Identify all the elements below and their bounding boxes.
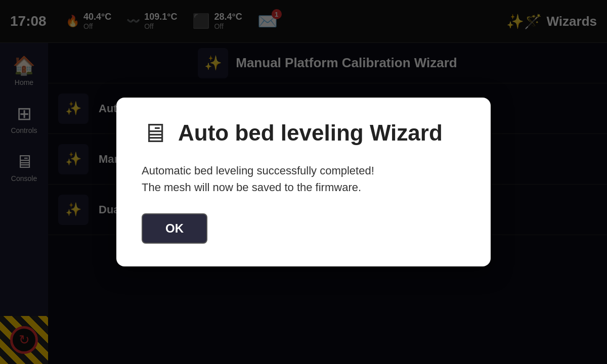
modal-overlay: 🖥 Auto bed leveling Wizard Automatic bed…: [0, 0, 607, 364]
modal-dialog: 🖥 Auto bed leveling Wizard Automatic bed…: [116, 98, 491, 266]
monitor-icon: 🖥: [142, 118, 168, 148]
modal-ok-button[interactable]: OK: [142, 213, 207, 244]
modal-body-line2: The mesh will now be saved to the firmwa…: [142, 179, 465, 196]
modal-title: Auto bed leveling Wizard: [178, 120, 443, 146]
modal-body-line1: Automatic bed leveling successfully comp…: [142, 162, 465, 179]
modal-body: Automatic bed leveling successfully comp…: [142, 162, 465, 196]
modal-header: 🖥 Auto bed leveling Wizard: [142, 118, 465, 148]
